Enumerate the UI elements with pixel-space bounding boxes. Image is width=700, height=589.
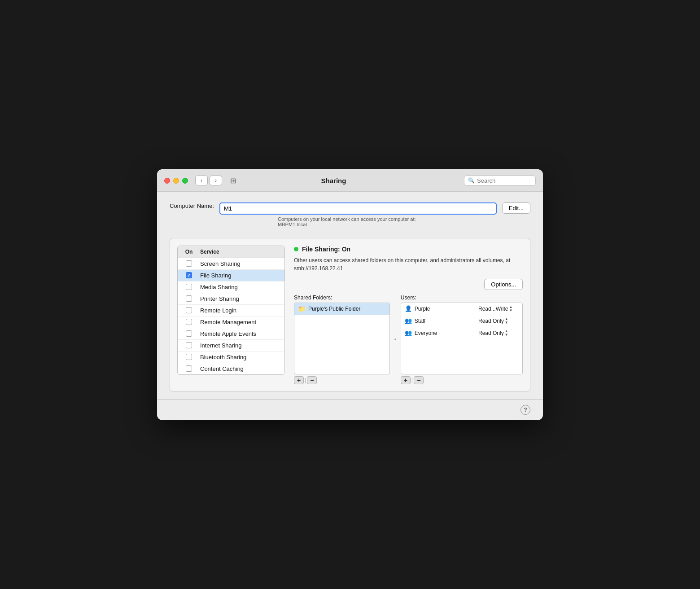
checkbox-cell <box>178 319 200 325</box>
folder-item-purples-public[interactable]: 📁 Purple's Public Folder <box>294 303 389 315</box>
folder-icon: 📁 <box>298 305 306 312</box>
service-row-file-sharing[interactable]: File Sharing <box>178 270 284 281</box>
window: ‹ › ⊞ Sharing 🔍 Computer Name: Computers… <box>157 169 543 420</box>
zoom-button[interactable] <box>182 178 188 184</box>
computer-name-input[interactable] <box>219 202 497 215</box>
checkbox-cell <box>178 272 200 278</box>
shared-folders-column: Shared Folders: 📁 Purple's Public Folder… <box>294 294 390 384</box>
minimize-button[interactable] <box>173 178 179 184</box>
service-row-remote-login[interactable]: Remote Login <box>178 305 284 316</box>
back-button[interactable]: ‹ <box>195 176 208 185</box>
checkbox-cell <box>178 342 200 348</box>
edit-button[interactable]: Edit... <box>502 202 530 214</box>
service-row-remote-management[interactable]: Remote Management <box>178 316 284 328</box>
user-icon-everyone: 👥 <box>405 330 412 336</box>
screen-sharing-checkbox[interactable] <box>186 260 192 267</box>
user-row-purple[interactable]: 👤 Purple Read...Write ▲▼ <box>401 303 522 315</box>
permission-arrows-staff: ▲▼ <box>505 317 508 325</box>
permission-arrows-everyone: ▲▼ <box>505 330 508 337</box>
add-user-button[interactable]: + <box>401 376 411 384</box>
bottom-bar: ? <box>157 400 543 420</box>
search-input[interactable] <box>477 177 531 184</box>
folder-list[interactable]: 📁 Purple's Public Folder <box>294 303 390 374</box>
users-column: Users: 👤 Purple Read...Write ▲▼ <box>401 294 523 384</box>
col-service-header: Service <box>200 248 219 256</box>
user-row-everyone[interactable]: 👥 Everyone Read Only ▲▼ <box>401 327 522 339</box>
media-sharing-checkbox[interactable] <box>186 284 192 290</box>
checkbox-cell <box>178 295 200 302</box>
remote-management-checkbox[interactable] <box>186 319 192 325</box>
user-permission-staff[interactable]: Read Only ▲▼ <box>478 317 519 325</box>
media-sharing-label: Media Sharing <box>200 284 284 290</box>
user-permission-everyone[interactable]: Read Only ▲▼ <box>478 330 519 337</box>
printer-sharing-checkbox[interactable] <box>186 295 192 302</box>
remote-login-checkbox[interactable] <box>186 307 192 313</box>
user-list-controls: + | − <box>401 376 523 384</box>
file-sharing-label: File Sharing <box>200 272 284 279</box>
window-content: Computer Name: Computers on your local n… <box>157 192 543 399</box>
options-btn-row: Options... <box>294 279 523 290</box>
user-icon-purple: 👤 <box>405 305 412 312</box>
checkbox-cell <box>178 365 200 372</box>
service-row-printer-sharing[interactable]: Printer Sharing <box>178 293 284 305</box>
content-caching-checkbox[interactable] <box>186 365 192 372</box>
remove-folder-button[interactable]: − <box>307 376 317 384</box>
user-row-staff[interactable]: 👥 Staff Read Only ▲▼ <box>401 315 522 327</box>
remote-management-label: Remote Management <box>200 319 284 325</box>
user-icon-staff: 👥 <box>405 317 412 324</box>
user-permission-purple[interactable]: Read...Write ▲▼ <box>478 305 519 312</box>
remove-user-button[interactable]: − <box>414 376 424 384</box>
service-row-bluetooth-sharing[interactable]: Bluetooth Sharing <box>178 352 284 363</box>
search-icon: 🔍 <box>468 177 475 184</box>
file-sharing-checkbox[interactable] <box>186 272 192 278</box>
bluetooth-sharing-checkbox[interactable] <box>186 354 192 360</box>
folder-name: Purple's Public Folder <box>308 306 360 312</box>
computer-name-section: Computer Name: Computers on your local n… <box>170 202 530 235</box>
user-name-purple: Purple <box>415 306 478 312</box>
main-panel: On Service Screen Sharing F <box>170 238 530 392</box>
divider-dot <box>394 338 396 340</box>
input-and-hint: Computers on your local network can acce… <box>219 202 497 235</box>
titlebar: ‹ › ⊞ Sharing 🔍 <box>157 169 543 192</box>
service-row-internet-sharing[interactable]: Internet Sharing <box>178 340 284 352</box>
services-panel: On Service Screen Sharing F <box>177 246 285 384</box>
add-folder-button[interactable]: + <box>294 376 304 384</box>
help-button[interactable]: ? <box>521 405 530 415</box>
traffic-lights <box>164 178 188 184</box>
file-sharing-status: File Sharing: On <box>294 246 523 253</box>
users-list[interactable]: 👤 Purple Read...Write ▲▼ 👥 Staff <box>401 303 523 374</box>
folder-list-controls: + | − <box>294 376 390 384</box>
internet-sharing-label: Internet Sharing <box>200 342 284 349</box>
file-sharing-description: Other users can access shared folders on… <box>294 256 523 273</box>
checkbox-cell <box>178 354 200 360</box>
content-caching-label: Content Caching <box>200 365 284 372</box>
file-sharing-title: File Sharing: On <box>302 246 350 253</box>
search-box: 🔍 <box>464 176 536 186</box>
printer-sharing-label: Printer Sharing <box>200 295 284 302</box>
services-header: On Service <box>178 246 284 258</box>
options-button[interactable]: Options... <box>484 279 523 290</box>
shared-folders-label: Shared Folders: <box>294 294 390 301</box>
remote-apple-events-label: Remote Apple Events <box>200 330 284 337</box>
service-row-content-caching[interactable]: Content Caching <box>178 363 284 374</box>
services-table: On Service Screen Sharing F <box>177 246 285 375</box>
remote-login-label: Remote Login <box>200 307 284 314</box>
service-row-remote-apple-events[interactable]: Remote Apple Events <box>178 328 284 340</box>
remote-apple-events-checkbox[interactable] <box>186 330 192 337</box>
permission-arrows-purple: ▲▼ <box>509 305 512 312</box>
computer-name-label: Computer Name: <box>170 202 214 209</box>
details-panel: File Sharing: On Other users can access … <box>285 246 523 384</box>
window-title: Sharing <box>208 177 459 185</box>
checkbox-cell <box>178 307 200 313</box>
panel-divider <box>394 294 397 384</box>
user-name-everyone: Everyone <box>415 330 478 336</box>
service-row-media-sharing[interactable]: Media Sharing <box>178 281 284 293</box>
control-separator: | <box>305 377 306 383</box>
close-button[interactable] <box>164 178 170 184</box>
service-row-screen-sharing[interactable]: Screen Sharing <box>178 258 284 270</box>
user-name-staff: Staff <box>415 318 478 324</box>
bluetooth-sharing-label: Bluetooth Sharing <box>200 354 284 360</box>
internet-sharing-checkbox[interactable] <box>186 342 192 348</box>
checkbox-cell <box>178 284 200 290</box>
computer-name-hint: Computers on your local network can acce… <box>278 216 497 227</box>
